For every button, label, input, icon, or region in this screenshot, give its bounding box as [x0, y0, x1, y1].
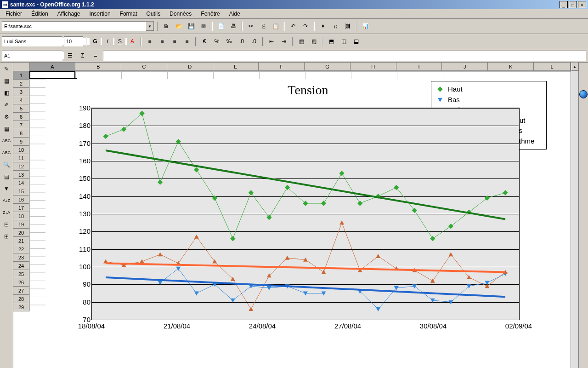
standard-format-icon[interactable]: ‰	[224, 36, 235, 47]
row-header[interactable]: 23	[13, 253, 29, 262]
form-icon[interactable]: ✐	[1, 99, 12, 110]
row-header[interactable]: 14	[13, 179, 29, 187]
col-header[interactable]: G	[305, 63, 351, 71]
size-combo[interactable]: ▼	[64, 36, 83, 46]
row-header[interactable]: 10	[13, 146, 29, 154]
save-icon[interactable]: 💾	[186, 21, 197, 32]
row-header[interactable]: 9	[13, 138, 29, 146]
row-header[interactable]: 22	[13, 245, 29, 253]
draw-icon[interactable]: ◧	[1, 87, 12, 98]
sort-asc-icon[interactable]: A↓Z	[1, 195, 12, 206]
formula-input[interactable]	[103, 51, 586, 61]
row-header[interactable]: 19	[13, 220, 29, 229]
menu-donnees[interactable]: Données	[166, 10, 195, 18]
undo-icon[interactable]: ↶	[288, 21, 299, 32]
align-bottom-icon[interactable]: ⬓	[351, 36, 362, 47]
font-combo[interactable]: ▼	[2, 36, 62, 46]
col-header[interactable]: A	[30, 63, 76, 71]
row-header[interactable]: 27	[13, 287, 29, 295]
navigator-icon[interactable]: ✦	[317, 21, 328, 32]
copy-icon[interactable]: ⎘	[258, 21, 269, 32]
stylist-icon[interactable]: ⎌	[330, 21, 341, 32]
row-header[interactable]: 24	[13, 262, 29, 270]
remove-decimal-icon[interactable]: .0	[249, 36, 260, 47]
borders-icon[interactable]: ▦	[296, 36, 307, 47]
find-icon[interactable]: 🔍	[1, 159, 12, 170]
font-input[interactable]	[2, 38, 69, 45]
menu-affichage[interactable]: Affichage	[54, 10, 84, 18]
menu-outils[interactable]: Outils	[143, 10, 164, 18]
function-wizard-icon[interactable]: ☰	[64, 50, 75, 61]
theme-icon[interactable]: ▦	[1, 123, 12, 134]
row-header[interactable]: 4	[13, 96, 29, 104]
row-header[interactable]: 3	[13, 88, 29, 96]
cell-ref-input[interactable]	[2, 52, 69, 59]
print-icon[interactable]: 🖶	[228, 21, 239, 32]
chart-icon[interactable]: 📊	[360, 21, 371, 32]
menu-format[interactable]: Format	[116, 10, 141, 18]
row-header[interactable]: 7	[13, 121, 29, 129]
underline-icon[interactable]: S	[114, 36, 125, 47]
row-header[interactable]: 21	[13, 237, 29, 245]
percent-icon[interactable]: %	[211, 36, 222, 47]
font-color-icon[interactable]: A	[127, 36, 138, 47]
path-combo[interactable]: ▼	[2, 21, 154, 31]
mail-icon[interactable]: ✉	[198, 21, 209, 32]
maximize-button[interactable]: ❐	[569, 1, 577, 8]
redo-icon[interactable]: ↷	[300, 21, 311, 32]
menu-fenetre[interactable]: Fenêtre	[197, 10, 223, 18]
row-header[interactable]: 2	[13, 80, 29, 88]
row-header[interactable]: 18	[13, 212, 29, 220]
new-icon[interactable]: 🗎	[161, 21, 172, 32]
decrease-indent-icon[interactable]: ⇤	[266, 36, 277, 47]
cell-ref-combo[interactable]: ▼	[2, 51, 62, 61]
italic-icon[interactable]: i	[102, 36, 113, 47]
align-right-icon[interactable]: ≡	[169, 36, 180, 47]
row-header[interactable]: 25	[13, 270, 29, 278]
align-left-icon[interactable]: ≡	[144, 36, 155, 47]
paste-icon[interactable]: 📋	[270, 21, 281, 32]
col-header[interactable]: C	[121, 63, 167, 71]
datapilot-icon[interactable]: ▤	[1, 171, 12, 182]
currency-icon[interactable]: €	[199, 36, 210, 47]
select-all-corner[interactable]	[13, 63, 30, 71]
sum-icon[interactable]: Σ	[77, 50, 88, 61]
row-header[interactable]: 15	[13, 187, 29, 196]
edit-doc-icon[interactable]: 📄	[215, 21, 226, 32]
autoformat-icon[interactable]: ⚙	[1, 111, 12, 122]
col-header[interactable]: E	[213, 63, 259, 71]
insert-cells-icon[interactable]: ▤	[1, 75, 12, 86]
col-header[interactable]: H	[351, 63, 396, 71]
close-button[interactable]: ✕	[578, 1, 586, 8]
add-decimal-icon[interactable]: .0	[236, 36, 247, 47]
col-header[interactable]: F	[259, 63, 305, 71]
col-header[interactable]: L	[534, 63, 571, 71]
vertical-scrollbar[interactable]: ▲ ▼	[571, 63, 578, 368]
align-middle-icon[interactable]: ◫	[338, 36, 349, 47]
cell-grid[interactable]: Tension Haut Bas Rythme Régression linéa…	[29, 71, 571, 311]
insert-icon[interactable]: ✎	[1, 63, 12, 75]
equals-icon[interactable]: =	[90, 50, 101, 61]
menu-aide[interactable]: Aide	[226, 10, 244, 18]
row-header[interactable]: 12	[13, 162, 29, 171]
row-header[interactable]: 11	[13, 154, 29, 162]
row-header[interactable]: 17	[13, 204, 29, 212]
col-header[interactable]: K	[488, 63, 534, 71]
increase-indent-icon[interactable]: ⇥	[278, 36, 289, 47]
spreadsheet-area[interactable]: A B C D E F G H I J K L 1234567891011121…	[13, 63, 571, 368]
bgcolor-icon[interactable]: ▨	[308, 36, 319, 47]
row-header[interactable]: 20	[13, 229, 29, 237]
spellcheck-icon[interactable]: ABC	[1, 135, 12, 146]
open-icon[interactable]: 📂	[173, 21, 184, 32]
col-header[interactable]: J	[442, 63, 488, 71]
align-center-icon[interactable]: ≡	[157, 36, 168, 47]
dropdown-arrow-icon[interactable]: ▼	[146, 22, 154, 31]
bold-icon[interactable]: G	[90, 36, 101, 47]
row-header[interactable]: 8	[13, 129, 29, 138]
path-input[interactable]	[2, 23, 146, 30]
row-header[interactable]: 1	[13, 71, 29, 80]
align-justify-icon[interactable]: ≡	[181, 36, 192, 47]
autofilter-icon[interactable]: ▼	[1, 183, 12, 194]
ungroup-icon[interactable]: ⊞	[1, 231, 12, 242]
row-header[interactable]: 5	[13, 104, 29, 113]
